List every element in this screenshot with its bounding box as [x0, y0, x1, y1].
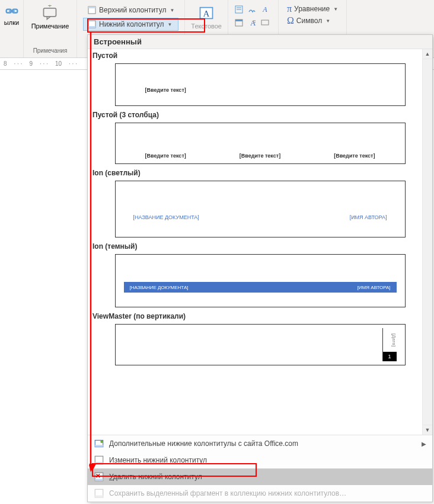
- textbox-button[interactable]: A Текстовое: [189, 2, 224, 32]
- dropcap-button[interactable]: A: [246, 17, 258, 28]
- quickparts-button[interactable]: [233, 4, 245, 15]
- gallery-item-preview: [НАЗВАНИЕ ДОКУМЕНТА] [ИМЯ АВТОРА]: [115, 181, 406, 237]
- gallery-item-title: Пустой (3 столбца): [92, 111, 427, 119]
- gallery-item-preview: [Введите текст]: [115, 63, 406, 106]
- page-number: 1: [383, 352, 397, 361]
- chevron-right-icon: ▶: [422, 441, 426, 447]
- svg-rect-3: [44, 8, 56, 17]
- placeholder-text: [Введите текст]: [334, 153, 375, 159]
- menu-label: Удалить нижний колонтитул: [109, 473, 202, 481]
- edit-footer-icon: [94, 455, 104, 466]
- svg-rect-16: [235, 20, 242, 21]
- ruler-mark: 9: [29, 60, 33, 67]
- gallery-item-title: Ion (светлый): [92, 169, 427, 177]
- comments-group-label: Примечания: [33, 46, 68, 55]
- link-icon[interactable]: [4, 2, 20, 19]
- menu-label: Дополнительные нижние колонтитулы с сайт…: [109, 439, 298, 448]
- omega-icon: Ω: [287, 15, 294, 26]
- menu-remove-footer[interactable]: Удалить нижний колонтитул: [88, 468, 432, 485]
- placeholder-text: [ИМЯ АВТОРА]: [350, 214, 387, 220]
- menu-save-selection: Сохранить выделенный фрагмент в коллекци…: [88, 485, 432, 502]
- placeholder-text: [Введите текст]: [145, 87, 186, 93]
- scroll-down-button[interactable]: ▼: [423, 425, 432, 435]
- svg-point-23: [100, 440, 103, 443]
- ribbon-group-links: ылки: [0, 0, 24, 57]
- svg-rect-25: [95, 462, 103, 464]
- svg-text:+: +: [48, 5, 52, 9]
- gallery-scroll: Пустой [Введите текст] Пустой (3 столбца…: [88, 49, 432, 435]
- equation-label: Уравнение: [294, 5, 330, 13]
- svg-rect-20: [261, 20, 269, 25]
- chevron-down-icon: ▼: [168, 22, 173, 27]
- placeholder-text: [Введите текст]: [240, 153, 280, 159]
- ribbon-group-comments: + Примечание Примечания: [24, 0, 77, 57]
- gallery-item-3col[interactable]: Пустой (3 столбца) [Введите текст] [Введ…: [92, 111, 427, 164]
- chevron-down-icon: ▼: [333, 7, 338, 12]
- gallery-item-title: Пустой: [92, 52, 427, 60]
- equation-button[interactable]: π Уравнение ▼: [287, 4, 338, 14]
- footer-icon: [87, 20, 97, 29]
- symbol-button[interactable]: Ω Символ ▼: [287, 15, 338, 26]
- comment-icon: +: [42, 5, 58, 21]
- gallery-item-preview: [Введите текст] [Введите текст] [Введите…: [115, 123, 406, 164]
- menu-label: Сохранить выделенный фрагмент в коллекци…: [109, 489, 346, 497]
- ruler-mark: 10: [55, 60, 62, 67]
- gallery-item-viewmaster[interactable]: ViewMaster (по вертикали) [Дата] 1: [92, 312, 427, 365]
- menu-edit-footer[interactable]: Изменить нижний колонтитул: [88, 452, 432, 468]
- pi-icon: π: [287, 4, 292, 14]
- links-label: ылки: [4, 19, 19, 26]
- comment-button[interactable]: + Примечание: [29, 2, 72, 32]
- placeholder-text: [Дата]: [383, 328, 397, 352]
- svg-rect-27: [95, 479, 103, 480]
- header-icon: [87, 5, 97, 15]
- svg-text:A: A: [203, 8, 210, 18]
- gallery-bottom-menu: Дополнительные нижние колонтитулы с сайт…: [88, 435, 432, 502]
- svg-rect-8: [88, 26, 95, 28]
- placeholder-text: [НАЗВАНИЕ ДОКУМЕНТА]: [133, 214, 199, 220]
- header-button-label: Верхний колонтитул: [99, 6, 166, 14]
- menu-label: Изменить нижний колонтитул: [109, 456, 207, 464]
- symbol-label: Символ: [296, 17, 322, 25]
- gallery-item-preview: [НАЗВАНИЕ ДОКУМЕНТА] [ИМЯ АВТОРА]: [115, 254, 406, 307]
- remove-footer-icon: [94, 471, 104, 482]
- chevron-down-icon: ▼: [326, 18, 330, 24]
- gallery-header: Встроенный: [88, 35, 432, 49]
- footer-button[interactable]: Нижний колонтитул ▼: [83, 18, 178, 31]
- gallery-item-title: Ion (темный): [92, 242, 427, 251]
- gallery-item-preview: [Дата] 1: [115, 324, 406, 365]
- office-icon: [94, 438, 104, 449]
- footer-gallery: Встроенный Пустой [Введите текст] Пустой…: [87, 34, 433, 502]
- svg-text:A: A: [262, 5, 267, 14]
- textbox-label: Текстовое: [191, 23, 222, 30]
- svg-rect-31: [95, 495, 103, 497]
- ruler-mark: 8: [4, 60, 7, 67]
- menu-more-office[interactable]: Дополнительные нижние колонтитулы с сайт…: [88, 435, 432, 452]
- signature-button[interactable]: [246, 4, 258, 15]
- placeholder-text: [ИМЯ АВТОРА]: [358, 285, 391, 290]
- gallery-item-empty[interactable]: Пустой [Введите текст]: [92, 52, 427, 106]
- scroll-up-button[interactable]: ▲: [423, 49, 432, 59]
- svg-rect-22: [95, 445, 103, 447]
- header-button[interactable]: Верхний колонтитул ▼: [83, 4, 178, 17]
- datetime-button[interactable]: [233, 17, 245, 28]
- textbox-icon: A: [198, 5, 215, 21]
- gallery-item-ion-light[interactable]: Ion (светлый) [НАЗВАНИЕ ДОКУМЕНТА] [ИМЯ …: [92, 169, 427, 237]
- svg-rect-6: [88, 7, 95, 8]
- gallery-item-title: ViewMaster (по вертикали): [92, 312, 427, 320]
- object-button[interactable]: [259, 17, 271, 28]
- save-selection-icon: [94, 488, 104, 499]
- footer-button-label: Нижний колонтитул: [99, 20, 164, 28]
- placeholder-text: [НАЗВАНИЕ ДОКУМЕНТА]: [130, 285, 189, 290]
- gallery-item-ion-dark[interactable]: Ion (темный) [НАЗВАНИЕ ДОКУМЕНТА] [ИМЯ А…: [92, 242, 427, 307]
- placeholder-text: [Введите текст]: [145, 153, 186, 159]
- comment-label: Примечание: [31, 23, 69, 30]
- wordart-button[interactable]: A: [259, 4, 271, 15]
- scrollbar[interactable]: ▲ ▼: [422, 49, 432, 435]
- chevron-down-icon: ▼: [170, 8, 174, 13]
